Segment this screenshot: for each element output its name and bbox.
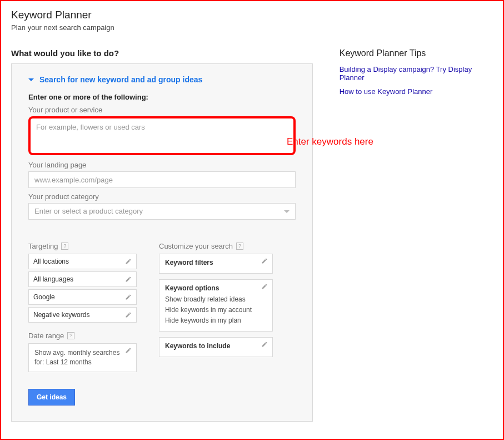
customize-label: Customize your search <box>159 242 233 250</box>
targeting-label: Targeting <box>28 242 58 250</box>
help-icon[interactable]: ? <box>67 332 74 339</box>
annotation-enter-keywords: Enter keywords here <box>287 136 373 147</box>
keyword-options-title: Keyword options <box>165 284 267 292</box>
daterange-box[interactable]: Show avg. monthly searches for: Last 12 … <box>28 343 137 372</box>
pencil-icon <box>125 276 132 283</box>
tips-heading: Keyword Planner Tips <box>340 48 493 58</box>
help-icon[interactable]: ? <box>236 243 243 250</box>
keywords-include-title: Keywords to include <box>165 342 267 350</box>
targeting-networks[interactable]: Google <box>28 289 137 305</box>
pencil-icon <box>125 347 132 354</box>
targeting-locations-text: All locations <box>33 258 69 265</box>
expand-title: Search for new keyword and ad group idea… <box>39 75 202 84</box>
pencil-icon <box>261 258 268 264</box>
caret-down-icon <box>28 78 34 81</box>
keyword-options-line: Hide keywords in my account <box>165 305 267 315</box>
targeting-languages-text: All languages <box>33 275 73 283</box>
landing-page-placeholder: www.example.com/page <box>34 176 113 184</box>
get-ideas-button[interactable]: Get ideas <box>28 389 75 406</box>
product-service-input[interactable]: For example, flowers or used cars <box>28 116 296 155</box>
tips-link-display-planner[interactable]: Building a Display campaign? Try Display… <box>340 65 493 82</box>
question-heading: What would you like to do? <box>11 48 313 58</box>
targeting-negative-keywords[interactable]: Negative keywords <box>28 307 137 323</box>
keyword-options-line: Hide keywords in my plan <box>165 315 267 326</box>
product-category-label: Your product category <box>28 192 296 201</box>
page-subtitle: Plan your next search campaign <box>11 23 493 32</box>
pencil-icon <box>261 341 268 348</box>
targeting-negative-text: Negative keywords <box>33 311 89 319</box>
enter-label: Enter one or more of the following: <box>28 93 296 101</box>
keyword-filters-box[interactable]: Keyword filters <box>159 254 273 274</box>
chevron-down-icon <box>284 210 290 213</box>
keyword-filters-title: Keyword filters <box>165 259 267 266</box>
product-category-select[interactable]: Enter or select a product category <box>28 203 296 220</box>
product-service-label: Your product or service <box>28 106 296 114</box>
pencil-icon <box>125 312 132 318</box>
daterange-text: Show avg. monthly searches for: Last 12 … <box>34 349 119 366</box>
targeting-locations[interactable]: All locations <box>28 254 137 269</box>
keyword-options-box[interactable]: Keyword options Show broadly related ide… <box>159 279 273 332</box>
pencil-icon <box>125 294 132 300</box>
expand-search-ideas[interactable]: Search for new keyword and ad group idea… <box>28 75 296 84</box>
page-title: Keyword Planner <box>11 9 493 21</box>
landing-page-input[interactable]: www.example.com/page <box>28 171 296 188</box>
product-category-placeholder: Enter or select a product category <box>34 203 143 220</box>
landing-page-label: Your landing page <box>28 161 296 169</box>
help-icon[interactable]: ? <box>61 243 68 250</box>
targeting-networks-text: Google <box>33 293 55 301</box>
pencil-icon <box>125 258 132 265</box>
targeting-languages[interactable]: All languages <box>28 271 137 287</box>
pencil-icon <box>261 283 268 290</box>
keywords-include-box[interactable]: Keywords to include <box>159 337 273 357</box>
keyword-options-line: Show broadly related ideas <box>165 294 267 305</box>
product-service-placeholder: For example, flowers or used cars <box>36 123 145 131</box>
planner-panel: Search for new keyword and ad group idea… <box>11 63 313 422</box>
tips-link-how-to-use[interactable]: How to use Keyword Planner <box>340 87 493 96</box>
daterange-label: Date range <box>28 332 64 340</box>
